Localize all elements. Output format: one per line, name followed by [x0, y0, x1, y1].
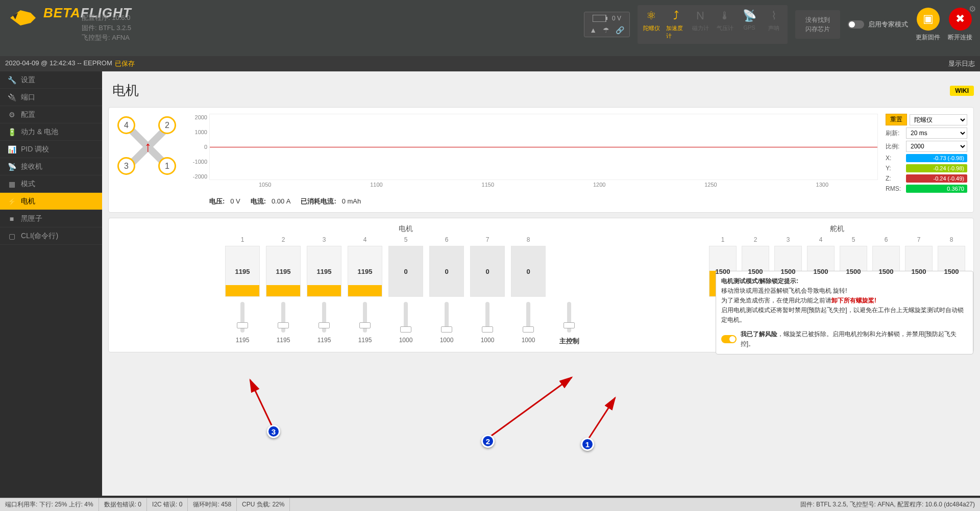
battery-voltage: 0 V: [612, 15, 621, 22]
motor-slider-track-1[interactable]: [240, 302, 244, 333]
disconnect-button[interactable]: ✖ 断开连接: [948, 8, 972, 42]
motor-layout-diagram: ↑ 1 2 3 4: [115, 114, 181, 180]
sidebar-item-motors[interactable]: ⚡电机: [0, 193, 102, 210]
antenna-icon: 📡: [8, 163, 16, 171]
dataflash-box: 没有找到 闪存芯片: [795, 10, 840, 39]
plug-icon: 🔌: [8, 93, 16, 101]
motor-pos-3: 3: [117, 157, 135, 175]
slider-handle[interactable]: [400, 326, 411, 333]
motor-slider-1: 1 1195 1195: [224, 236, 261, 346]
motor-slider-track-6[interactable]: [445, 302, 449, 333]
grid-icon: ▦: [8, 180, 16, 188]
svg-line-4: [587, 398, 615, 441]
motor-slider-track-5[interactable]: [404, 302, 408, 333]
update-firmware-button[interactable]: ▣ 更新固件: [916, 8, 940, 42]
sensor-sonar: ⌇声呐: [764, 9, 783, 40]
sidebar-item-cli[interactable]: ▢CLI(命令行): [0, 227, 102, 245]
refresh-select[interactable]: 20 ms: [906, 127, 967, 139]
svg-rect-1: [606, 17, 607, 20]
sensor-select[interactable]: 陀螺仪: [910, 114, 967, 125]
sidebar-item-modes[interactable]: ▦模式: [0, 175, 102, 193]
motor-slider-track-3[interactable]: [322, 302, 326, 333]
footer-bar: 端口利用率: 下行: 25% 上行: 4% 数据包错误: 0 I2C 错误: 0…: [0, 498, 980, 511]
betaflight-logo-icon: [8, 5, 38, 31]
risk-acknowledge-toggle[interactable]: [721, 335, 737, 343]
slider-handle[interactable]: [523, 326, 534, 333]
slider-handle[interactable]: [278, 322, 289, 328]
expert-mode-toggle[interactable]: 启用专家模式: [848, 20, 908, 29]
wiki-button[interactable]: WIKI: [950, 86, 974, 96]
reset-button[interactable]: 重置: [886, 114, 907, 125]
link-icon: 🔗: [616, 26, 624, 34]
motor-slider-track-8[interactable]: [526, 302, 530, 333]
rms-value: 0.3670: [906, 185, 967, 193]
motor-test-warning-box: 电机测试模式/解除锁定提示: 移动滑块或用遥控器解锁飞机会导致电机 旋转! 为了…: [716, 271, 973, 354]
sensor-graph: 200010000-1000-2000 10501100115012001250…: [209, 114, 878, 206]
sidebar-item-config[interactable]: ⚙配置: [0, 106, 102, 123]
motors-title: 电机: [115, 224, 697, 234]
version-info: 配置程序: 10.6.0 固件: BTFL 3.2.5 飞控型号: AFNA: [82, 13, 131, 43]
slider-handle[interactable]: [318, 322, 330, 328]
graph-panel: ↑ 1 2 3 4 200010000-1000-2000 1050110011…: [108, 107, 974, 213]
show-log-link[interactable]: 显示日志: [948, 59, 975, 68]
page-title: 电机: [112, 82, 139, 99]
sidebar-item-setup[interactable]: 🔧设置: [0, 71, 102, 89]
slider-handle[interactable]: [482, 326, 493, 333]
sidebar-item-blackbox[interactable]: ■黑匣子: [0, 210, 102, 227]
sidebar-item-power[interactable]: 🔋动力 & 电池: [0, 123, 102, 141]
warning-icon: ▲: [590, 26, 597, 34]
sidebar-item-receiver[interactable]: 📡接收机: [0, 158, 102, 175]
motor-bar-4: 1195: [348, 246, 382, 297]
status-timestamp: 2020-04-09 @ 12:42:43 -- EEPROM: [5, 59, 112, 68]
slider-handle[interactable]: [441, 326, 452, 333]
motor-sliders-section: 电机 1 1195 1195 2 1195 1195 3 1195 1195 4: [115, 224, 697, 346]
scale-select[interactable]: 2000: [906, 141, 967, 152]
blackbox-icon: ■: [8, 215, 16, 223]
sidebar-item-ports[interactable]: 🔌端口: [0, 89, 102, 106]
servo-sliders-section: 舵机 1 1500 2 1500 3 1500 4 1500 5 1500 6: [707, 224, 967, 346]
gear-icon: ⚙: [8, 111, 16, 119]
sensor-baro: 🌡气压计: [715, 9, 734, 40]
motor-bar-6: 0: [429, 246, 464, 297]
motor-slider-track-2[interactable]: [281, 302, 285, 333]
footer-version: 固件: BTFL 3.2.5, 飞控型号: AFNA, 配置程序: 10.6.0…: [795, 500, 980, 509]
sliders-panel: 电机 1 1195 1195 2 1195 1195 3 1195 1195 4: [108, 218, 974, 352]
parachute-icon: ☂: [603, 26, 609, 34]
slider-handle[interactable]: [359, 322, 371, 328]
content-area: 电机 WIKI ↑ 1 2 3 4 200010000-1000-2000: [102, 71, 980, 496]
sidebar-item-pid[interactable]: 📊PID 调校: [0, 141, 102, 158]
motor-slider-4: 4 1195 1195: [347, 236, 383, 346]
motor-bar-8: 0: [511, 246, 546, 297]
slider-handle[interactable]: [237, 322, 248, 328]
motor-slider-2: 2 1195 1195: [265, 236, 302, 346]
tuning-icon: 📊: [8, 145, 16, 154]
z-value: -0.24 (-0.49): [906, 174, 967, 183]
motor-bar-5: 0: [388, 246, 423, 297]
slider-handle[interactable]: [564, 322, 575, 328]
compass-icon: N: [696, 9, 704, 22]
master-slider-track[interactable]: [567, 302, 571, 333]
motor-slider-track-4[interactable]: [363, 302, 367, 333]
sensor-gyro: ⚛陀螺仪: [642, 9, 661, 40]
app-header: ⚙ BETAFLIGHT 0 V ▲ ☂ 🔗 ⚛陀螺仪 ⤴加速度计: [0, 0, 980, 56]
motor-slider-3: 3 1195 1195: [306, 236, 342, 346]
gyro-icon: ⚛: [646, 9, 656, 22]
motor-icon: ⚡: [8, 197, 16, 206]
motor-slider-track-7[interactable]: [485, 302, 489, 333]
battery-status-box: 0 V ▲ ☂ 🔗: [584, 12, 630, 37]
toggle-switch[interactable]: [848, 20, 864, 29]
cycle-time: 循环时间: 458: [188, 498, 237, 511]
callout-2: 2: [481, 435, 495, 448]
port-utilization: 端口利用率: 下行: 25% 上行: 4%: [0, 498, 99, 511]
baro-icon: 🌡: [719, 9, 730, 22]
sensor-accel: ⤴加速度计: [666, 9, 685, 40]
y-value: -0.24 (-0.98): [906, 164, 967, 172]
i2c-error: I2C 错误: 0: [147, 498, 188, 511]
motor-slider-8: 8 0 1000: [510, 236, 547, 346]
sidebar: 🔧设置 🔌端口 ⚙配置 🔋动力 & 电池 📊PID 调校 📡接收机 ▦模式 ⚡电…: [0, 71, 102, 496]
svg-rect-0: [593, 15, 606, 22]
sensor-status-panel: ⚛陀螺仪 ⤴加速度计 N磁力计 🌡气压计 📡GPS ⌇声呐: [638, 5, 788, 44]
chip-icon: ▣: [917, 8, 940, 31]
battery-icon: 🔋: [8, 128, 16, 136]
motor-slider-6: 6 0 1000: [428, 236, 465, 346]
